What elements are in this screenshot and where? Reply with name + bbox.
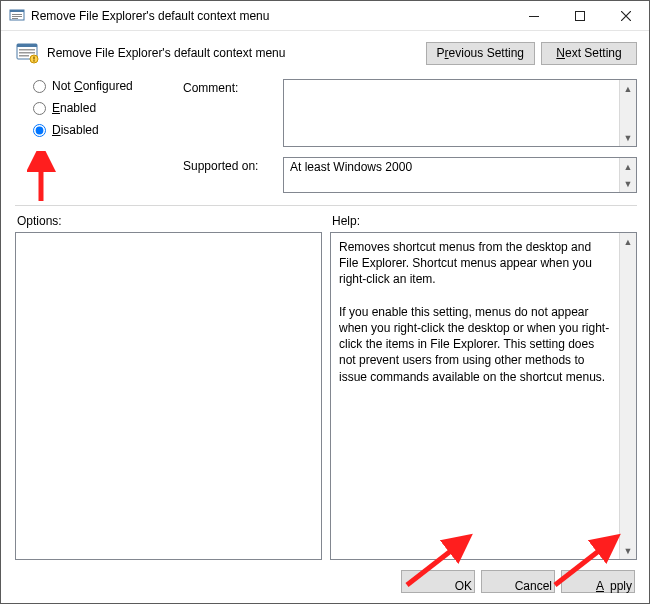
policy-icon bbox=[15, 41, 39, 65]
svg-rect-3 bbox=[12, 16, 22, 17]
supported-on-label: Supported on: bbox=[183, 157, 275, 173]
supported-on-value: At least Windows 2000 bbox=[284, 158, 619, 192]
header-row: Remove File Explorer's default context m… bbox=[15, 41, 637, 65]
previous-setting-button[interactable]: Previous Setting bbox=[426, 42, 535, 65]
footer-buttons: OK Cancel Apply bbox=[15, 560, 637, 595]
comment-field-wrap: ▲ ▼ bbox=[283, 79, 637, 147]
radio-enabled[interactable]: Enabled bbox=[33, 101, 165, 115]
apply-button[interactable]: Apply bbox=[561, 570, 635, 593]
cancel-button[interactable]: Cancel bbox=[481, 570, 555, 593]
scroll-up-icon[interactable]: ▲ bbox=[620, 80, 636, 97]
accelerator: E bbox=[52, 101, 60, 115]
svg-rect-14 bbox=[33, 60, 34, 61]
radio-not-configured[interactable]: Not Configured bbox=[33, 79, 165, 93]
divider bbox=[15, 205, 637, 206]
accelerator: C bbox=[74, 79, 83, 93]
panel-labels-row: Options: Help: bbox=[15, 214, 637, 228]
title-bar: Remove File Explorer's default context m… bbox=[1, 1, 649, 31]
svg-rect-8 bbox=[17, 44, 37, 47]
comment-label: Comment: bbox=[183, 79, 275, 95]
radio-enabled-input[interactable] bbox=[33, 102, 46, 115]
state-radio-group: Not Configured Enabled Disabled bbox=[15, 79, 165, 193]
scroll-down-icon[interactable]: ▼ bbox=[620, 542, 636, 559]
svg-rect-5 bbox=[529, 16, 539, 17]
help-panel: Removes shortcut menus from the desktop … bbox=[330, 232, 637, 560]
meta-grid: Comment: ▲ ▼ Supported on: At least Wind… bbox=[183, 79, 637, 193]
text: onfigured bbox=[83, 79, 133, 93]
scrollbar[interactable]: ▲ ▼ bbox=[619, 158, 636, 192]
scroll-down-icon[interactable]: ▼ bbox=[620, 175, 636, 192]
comment-textarea[interactable] bbox=[284, 80, 619, 147]
close-button[interactable] bbox=[603, 1, 649, 31]
options-panel bbox=[15, 232, 322, 560]
help-text: Removes shortcut menus from the desktop … bbox=[331, 233, 619, 559]
radio-not-configured-input[interactable] bbox=[33, 80, 46, 93]
svg-rect-6 bbox=[576, 11, 585, 20]
text: isabled bbox=[61, 123, 99, 137]
scrollbar[interactable]: ▲ ▼ bbox=[619, 233, 636, 559]
svg-rect-13 bbox=[33, 57, 34, 60]
svg-rect-9 bbox=[19, 49, 35, 51]
scroll-up-icon[interactable]: ▲ bbox=[620, 158, 636, 175]
help-label: Help: bbox=[326, 214, 637, 228]
minimize-button[interactable] bbox=[511, 1, 557, 31]
text: pply bbox=[610, 579, 632, 593]
svg-rect-4 bbox=[12, 18, 18, 19]
text: evious Setting bbox=[449, 46, 524, 60]
policy-editor-window: Remove File Explorer's default context m… bbox=[0, 0, 650, 604]
app-icon bbox=[9, 8, 25, 24]
maximize-button[interactable] bbox=[557, 1, 603, 31]
radio-disabled-input[interactable] bbox=[33, 124, 46, 137]
svg-rect-2 bbox=[12, 14, 22, 15]
panels-row: Removes shortcut menus from the desktop … bbox=[15, 232, 637, 560]
scroll-down-icon[interactable]: ▼ bbox=[620, 129, 636, 146]
text: nabled bbox=[60, 101, 96, 115]
svg-rect-10 bbox=[19, 52, 35, 54]
text: Not bbox=[52, 79, 74, 93]
svg-rect-11 bbox=[19, 55, 29, 57]
scroll-up-icon[interactable]: ▲ bbox=[620, 233, 636, 250]
text: ext Setting bbox=[565, 46, 622, 60]
ok-button[interactable]: OK bbox=[401, 570, 475, 593]
accelerator: A bbox=[596, 579, 604, 593]
options-label: Options: bbox=[15, 214, 326, 228]
radio-disabled[interactable]: Disabled bbox=[33, 123, 165, 137]
setting-name: Remove File Explorer's default context m… bbox=[47, 46, 418, 60]
scrollbar[interactable]: ▲ ▼ bbox=[619, 80, 636, 146]
accelerator: D bbox=[52, 123, 61, 137]
config-section: Not Configured Enabled Disabled Comment:… bbox=[15, 79, 637, 193]
next-setting-button[interactable]: Next Setting bbox=[541, 42, 637, 65]
window-title: Remove File Explorer's default context m… bbox=[31, 9, 269, 23]
text: P bbox=[437, 46, 445, 60]
content-area: Remove File Explorer's default context m… bbox=[1, 31, 649, 603]
svg-rect-1 bbox=[10, 10, 24, 12]
accelerator: N bbox=[556, 46, 565, 60]
supported-on-box: At least Windows 2000 ▲ ▼ bbox=[283, 157, 637, 193]
